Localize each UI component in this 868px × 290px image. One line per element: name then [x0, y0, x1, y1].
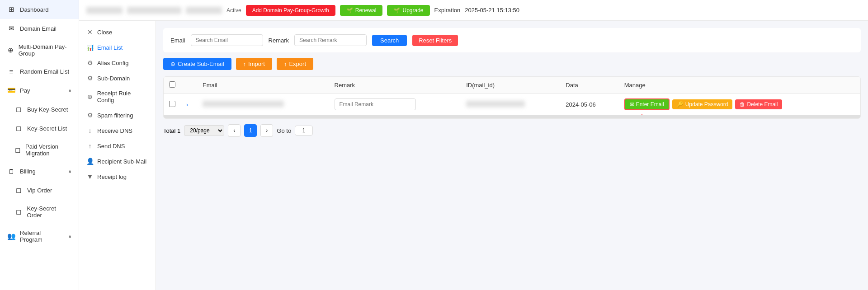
- email-remark-input[interactable]: [335, 98, 416, 110]
- sidebar-item-random-email[interactable]: ≡ Random Email List: [0, 62, 79, 81]
- th-data: Data: [560, 77, 618, 94]
- email-list-icon: 📊: [86, 44, 94, 51]
- left-panel-receive-dns[interactable]: ↓ Receive DNS: [79, 123, 156, 138]
- create-sub-email-button[interactable]: ⊕ Create Sub-Email: [163, 58, 231, 70]
- spam-filtering-icon: ⚙: [86, 112, 94, 119]
- pay-icon: 💳: [7, 86, 15, 94]
- search-button[interactable]: Search: [372, 35, 407, 46]
- th-manage: Manage: [619, 77, 860, 94]
- table-scrollbar[interactable]: [164, 115, 860, 118]
- table-row: ›: [164, 94, 860, 115]
- left-panel-item-label: Send DNS: [97, 143, 125, 150]
- buy-key-icon: ◻: [14, 105, 23, 113]
- expiration-date: 2025-05-21 15:13:50: [465, 7, 519, 14]
- left-panel-close[interactable]: ✕ Close: [79, 24, 156, 40]
- row-manage-cell: ✉ Enter Email 🔑 Update Password: [619, 94, 860, 115]
- page-1-button[interactable]: 1: [244, 124, 257, 137]
- update-password-icon: 🔑: [677, 101, 684, 108]
- import-button[interactable]: ↑ Import: [236, 58, 272, 70]
- manage-buttons: ✉ Enter Email 🔑 Update Password: [624, 98, 855, 110]
- goto-label: Go to: [277, 127, 291, 134]
- row-id-cell: [461, 94, 560, 115]
- right-panel: Email Remark Search Reset Filters ⊕ Crea…: [156, 21, 868, 290]
- sidebar-item-vip-order[interactable]: ◻ Vip Order: [0, 181, 79, 200]
- sidebar-item-key-secret-list[interactable]: ◻ Key-Secret List: [0, 119, 79, 138]
- sidebar-item-label: Buy Key-Secret: [27, 106, 68, 113]
- sidebar-item-label: Referral Program: [20, 229, 64, 243]
- sidebar-item-label: Dashboard: [20, 6, 49, 13]
- sidebar-item-label: Multi-Domain Pay-Group: [19, 43, 71, 57]
- sidebar-item-multi-domain[interactable]: ⊕ Multi-Domain Pay-Group: [0, 38, 79, 62]
- table-header-row: Email Remark ID(mail_id) Data Manage: [164, 77, 860, 94]
- import-icon: ↑: [243, 61, 246, 67]
- enter-email-button[interactable]: ✉ Enter Email: [624, 98, 670, 110]
- enter-email-icon: ✉: [630, 101, 634, 108]
- next-page-button[interactable]: ›: [260, 124, 273, 137]
- email-search-input[interactable]: [191, 34, 263, 46]
- date-value: 2024-05-06: [566, 101, 596, 108]
- close-icon: ✕: [86, 28, 94, 36]
- upgrade-button[interactable]: 🌱 Upgrade: [387, 5, 429, 16]
- remark-search-input[interactable]: [294, 34, 367, 46]
- total-count: Total 1: [163, 127, 180, 134]
- left-panel-email-list[interactable]: 📊 Email List: [79, 40, 156, 55]
- recipient-sub-icon: 👤: [86, 158, 94, 165]
- multi-domain-icon: ⊕: [7, 46, 14, 54]
- left-panel-item-label: Spam filtering: [97, 112, 133, 119]
- sidebar-item-referral[interactable]: 👥 Referral Program ∧: [0, 224, 79, 248]
- domain-email-icon: ✉: [7, 24, 15, 33]
- sidebar: ⊞ Dashboard ✉ Domain Email ⊕ Multi-Domai…: [0, 0, 79, 290]
- delete-email-button[interactable]: 🗑 Delete Email: [735, 99, 782, 109]
- left-panel-alias-config[interactable]: ⚙ Alias Config: [79, 55, 156, 70]
- sidebar-item-label: Paid Version Migration: [25, 143, 71, 157]
- delete-email-icon: 🗑: [740, 101, 745, 108]
- left-panel-receipt-log[interactable]: ▼ Receipt log: [79, 169, 156, 184]
- paid-version-icon: ◻: [14, 146, 21, 154]
- send-dns-icon: ↑: [86, 142, 94, 150]
- left-panel-item-label: Sub-Domain: [97, 75, 130, 82]
- renewal-icon: 🌱: [346, 7, 353, 14]
- sidebar-item-label: Pay: [20, 87, 30, 94]
- referral-chevron: ∧: [68, 234, 71, 239]
- left-panel-item-label: Email List: [97, 44, 123, 51]
- prev-page-button[interactable]: ‹: [228, 124, 241, 137]
- left-panel-spam-filtering[interactable]: ⚙ Spam filtering: [79, 108, 156, 123]
- update-password-button[interactable]: 🔑 Update Password: [672, 99, 733, 109]
- goto-input[interactable]: [295, 126, 313, 136]
- expand-row-icon[interactable]: ›: [186, 102, 188, 108]
- row-checkbox[interactable]: [169, 101, 175, 107]
- sidebar-item-pay[interactable]: 💳 Pay ∧: [0, 81, 79, 100]
- row-remark-cell: [329, 94, 461, 115]
- pay-group-button[interactable]: Add Domain Pay-Group-Growth: [246, 5, 335, 16]
- billing-chevron: ∧: [68, 169, 71, 174]
- left-panel-item-label: Alias Config: [97, 60, 128, 66]
- sidebar-item-key-secret-order[interactable]: ◻ Key-Secret Order: [0, 200, 79, 224]
- export-button[interactable]: ↑ Export: [277, 58, 313, 70]
- export-icon: ↑: [284, 61, 287, 67]
- renewal-button[interactable]: 🌱 Renewal: [340, 5, 383, 16]
- topbar-domain: [86, 7, 123, 14]
- sidebar-item-buy-key[interactable]: ◻ Buy Key-Secret: [0, 100, 79, 119]
- left-panel-receipt-rule[interactable]: ⊕ Receipt Rule Config: [79, 86, 156, 108]
- select-all-checkbox[interactable]: [169, 81, 175, 88]
- id-value: [466, 101, 525, 107]
- action-row: ⊕ Create Sub-Email ↑ Import ↑ Export: [163, 58, 861, 70]
- sidebar-item-label: Domain Email: [20, 25, 57, 32]
- receipt-log-icon: ▼: [86, 173, 94, 180]
- content-wrapper: ✕ Close 📊 Email List ⚙ Alias Config ⚙ Su…: [79, 21, 868, 290]
- receive-dns-icon: ↓: [86, 127, 94, 134]
- left-panel-item-label: Receipt Rule Config: [97, 90, 148, 103]
- left-panel-send-dns[interactable]: ↑ Send DNS: [79, 138, 156, 154]
- dashboard-icon: ⊞: [7, 5, 15, 14]
- sidebar-item-domain-email[interactable]: ✉ Domain Email: [0, 19, 79, 38]
- page-size-select[interactable]: 20/page 50/page 100/page: [184, 125, 224, 136]
- remark-search-label: Remark: [269, 37, 289, 44]
- sidebar-item-dashboard[interactable]: ⊞ Dashboard: [0, 0, 79, 19]
- reset-filters-button[interactable]: Reset Filters: [412, 35, 458, 46]
- left-panel-sub-domain[interactable]: ⚙ Sub-Domain: [79, 70, 156, 86]
- row-expand-cell: ›: [181, 94, 197, 115]
- left-panel-recipient-sub[interactable]: 👤 Recipient Sub-Mail: [79, 154, 156, 169]
- sidebar-item-billing[interactable]: 🗒 Billing ∧: [0, 162, 79, 181]
- row-data-cell: 2024-05-06: [560, 94, 618, 115]
- sidebar-item-paid-version[interactable]: ◻ Paid Version Migration: [0, 138, 79, 162]
